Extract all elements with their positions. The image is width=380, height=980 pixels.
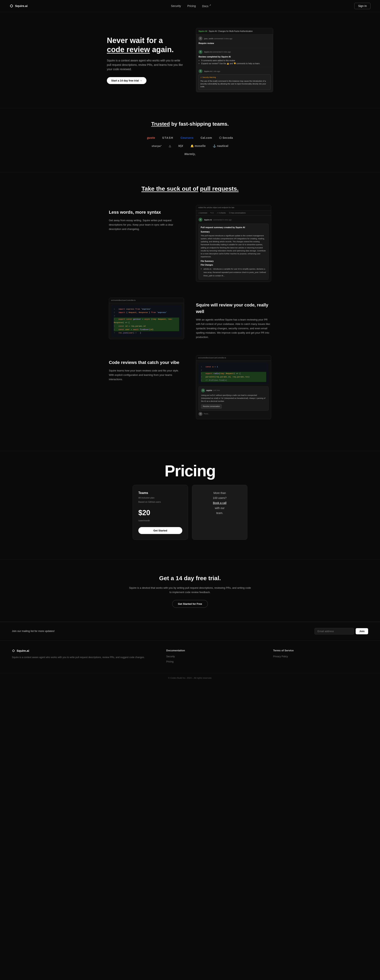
feature-1-text: Less words, more syntax Get away from es… bbox=[109, 205, 184, 231]
feature-row-2: Squire will review your code, really wel… bbox=[109, 298, 271, 339]
avatar-squire-rc: S bbox=[201, 388, 205, 393]
pricing-section: Pricing Teams All inclusive plan Based o… bbox=[0, 451, 380, 560]
avatar-squire-pr: S bbox=[198, 218, 203, 222]
feature-3-image: src/controllers/userCartController.ts 1 … bbox=[196, 355, 271, 419]
trusted-headline: Trusted by fast-shipping teams. bbox=[8, 120, 372, 128]
trusted-section: Trusted by fast-shipping teams. gusto ST… bbox=[0, 108, 380, 172]
pricing-teams-title: Teams bbox=[138, 491, 182, 495]
logo-warmly: Warmly, bbox=[184, 152, 196, 156]
pricing-title: Pricing bbox=[8, 463, 372, 479]
logo-stash: STASH bbox=[162, 136, 173, 140]
feature-2-description: With an agentic workflow Squire has a te… bbox=[196, 318, 271, 339]
feature-3-text: Code reviews that catch your vibe Squire… bbox=[109, 355, 184, 382]
logo-calcom: Cal.com bbox=[201, 136, 212, 140]
hero-image: Squire AI : Squire AI: Changes for Multi… bbox=[196, 28, 273, 92]
logo-nfx: N|X bbox=[178, 144, 183, 148]
feature-1-title: Less words, more syntax bbox=[109, 209, 184, 215]
code-mock-3: 1 const a = 1 2 3 export radix(req: Requ… bbox=[198, 363, 269, 384]
pricing-teams-cta-button[interactable]: Get Started bbox=[138, 527, 182, 534]
logo-nautical: ⚓ nautical bbox=[213, 144, 228, 148]
logos-row-2: sherpa° △ N|X 🔔 moselle ⚓ nautical bbox=[8, 144, 372, 148]
pr-demo-card: Squire AI : Squire AI: Changes for Multi… bbox=[196, 28, 273, 92]
footer-link-pricing[interactable]: Pricing bbox=[166, 660, 261, 663]
avatar-jane: J bbox=[198, 37, 203, 40]
hero-section: Never wait for a code review again. Squi… bbox=[0, 12, 380, 108]
nav-link-docs[interactable]: Docs ↗ bbox=[202, 3, 211, 8]
footer-link-security[interactable]: Security bbox=[166, 655, 261, 658]
footer-mailing: Join our mailing list for more updates! … bbox=[0, 622, 380, 640]
pr-summary-block: Pull request summary created by Squire A… bbox=[198, 224, 269, 280]
pricing-enterprise-card: More than 100 users? Book a call with ou… bbox=[192, 485, 247, 540]
footer-col-docs-title: Documentation bbox=[166, 649, 261, 652]
mailing-form: Join bbox=[315, 628, 368, 635]
footer-main: Squire.ai Squire is a context aware agen… bbox=[0, 640, 380, 673]
logo-sherpa: sherpa° bbox=[152, 144, 162, 148]
code-mock-2: 1 import express from 'express' 2 import… bbox=[111, 305, 182, 337]
footer-col-legal-list: Privacy Policy bbox=[273, 655, 368, 658]
free-trial-cta-button[interactable]: Get Started for Free bbox=[172, 600, 208, 608]
feature-2-title: Squire will review your code, really wel… bbox=[196, 302, 271, 315]
squire-logo-icon bbox=[10, 4, 13, 8]
logo-moselle: 🔔 moselle bbox=[190, 144, 206, 148]
feature-1-mock-screen: Added the articles object and endpoint f… bbox=[196, 205, 271, 282]
logo-delta: △ bbox=[169, 144, 171, 148]
hero-description: Squire is a context aware agent who work… bbox=[107, 58, 184, 72]
resolve-conversation-button[interactable]: Resolve conversation bbox=[201, 404, 222, 409]
feature-3-mock-screen: src/controllers/userCartController.ts 1 … bbox=[196, 355, 271, 419]
footer-copyright: © Codex Build Inc. 2024 – All rights res… bbox=[168, 677, 212, 679]
hero-headline: Never wait for a code review again. bbox=[107, 36, 184, 54]
footer-brand-description: Squire is a context aware agent who work… bbox=[12, 655, 154, 659]
navbar: Squire.ai Security Pricing Docs ↗ Sign I… bbox=[0, 0, 380, 12]
feature-1-description: Get away from essay writing. Squire writ… bbox=[109, 218, 184, 231]
feature-row-1: Less words, more syntax Get away from es… bbox=[109, 205, 271, 282]
footer-col-docs: Documentation Security Pricing bbox=[166, 649, 261, 665]
pull-section: Take the suck out of pull requests. bbox=[0, 172, 380, 197]
mailing-join-button[interactable]: Join bbox=[356, 628, 368, 634]
avatar-reply: U bbox=[198, 412, 203, 416]
pricing-teams-price: $20 bbox=[138, 508, 182, 518]
pr-comment-1: J jane_smith commented 3 mins ago Requir… bbox=[196, 35, 273, 48]
avatar-squire-3: S bbox=[198, 69, 203, 73]
pricing-teams-subtitle: All inclusive plan bbox=[138, 496, 182, 500]
feature-row-3: Code reviews that catch your vibe Squire… bbox=[109, 355, 271, 419]
footer-col-docs-list: Security Pricing bbox=[166, 655, 261, 663]
pr-comment-2: S Squire AI commented 3 mins ago Review … bbox=[196, 48, 273, 67]
free-trial-headline: Get a 14 day free trial. bbox=[129, 574, 251, 582]
nav-logo[interactable]: Squire.ai bbox=[10, 4, 27, 8]
book-call-link[interactable]: Book a call bbox=[213, 501, 226, 504]
footer-link-privacy[interactable]: Privacy Policy bbox=[273, 655, 368, 658]
logos-row-3: Warmly, bbox=[8, 152, 372, 156]
hero-cta-button[interactable]: Start a 14 day free trial → bbox=[107, 77, 146, 84]
review-comment-box-3: S squire just now Using parseInt without… bbox=[198, 386, 269, 411]
features-section: Less words, more syntax Get away from es… bbox=[101, 197, 279, 451]
pr-comment-3: S Squire AI 1 min ago ⚠ Security Warning… bbox=[196, 67, 273, 92]
footer-col-legal: Terms of Service Privacy Policy bbox=[273, 649, 368, 665]
logo-secoda: ⬡ Secoda bbox=[219, 136, 233, 140]
logo-coursera: Coursera bbox=[180, 136, 193, 140]
mailing-label: Join our mailing list for more updates! bbox=[12, 629, 55, 633]
footer-logo-icon bbox=[12, 649, 15, 652]
feature-2-image: src/controllers/userController.ts 1 impo… bbox=[109, 298, 184, 339]
nav-links: Security Pricing Docs ↗ bbox=[171, 3, 211, 8]
logo-gusto: gusto bbox=[147, 136, 155, 140]
pricing-teams-users: Based on GitHub users bbox=[138, 500, 182, 504]
pricing-teams-card: Teams All inclusive plan Based on GitHub… bbox=[133, 485, 188, 540]
feature-3-title: Code reviews that catch your vibe bbox=[109, 359, 184, 366]
pr-card-header: Squire AI : Squire AI: Changes for Multi… bbox=[196, 28, 273, 35]
avatar-squire-2: S bbox=[198, 50, 203, 54]
signin-button[interactable]: Sign In bbox=[354, 3, 370, 9]
nav-link-pricing[interactable]: Pricing bbox=[187, 4, 196, 8]
nav-link-security[interactable]: Security bbox=[171, 4, 181, 8]
free-trial-section: Get a 14 day free trial. Squire is a dev… bbox=[121, 560, 259, 622]
feature-1-image: Added the articles object and endpoint f… bbox=[196, 205, 271, 282]
enterprise-text: More than 100 users? Book a call with ou… bbox=[198, 491, 242, 515]
footer-brand-name: Squire.ai bbox=[17, 649, 29, 653]
pull-section-headline: Take the suck out of pull requests. bbox=[8, 184, 372, 193]
security-warning-box: ⚠ Security Warning The use of the eval()… bbox=[198, 74, 271, 90]
footer-bottom: © Codex Build Inc. 2024 – All rights res… bbox=[0, 673, 380, 683]
mailing-input[interactable] bbox=[315, 628, 354, 635]
external-icon: ↗ bbox=[209, 4, 211, 6]
feature-2-mock-screen: src/controllers/userController.ts 1 impo… bbox=[109, 298, 184, 339]
feature-3-description: Squire learns how your team reviews code… bbox=[109, 369, 184, 382]
free-trial-description: Squire is a devtool that works with you … bbox=[129, 586, 251, 595]
